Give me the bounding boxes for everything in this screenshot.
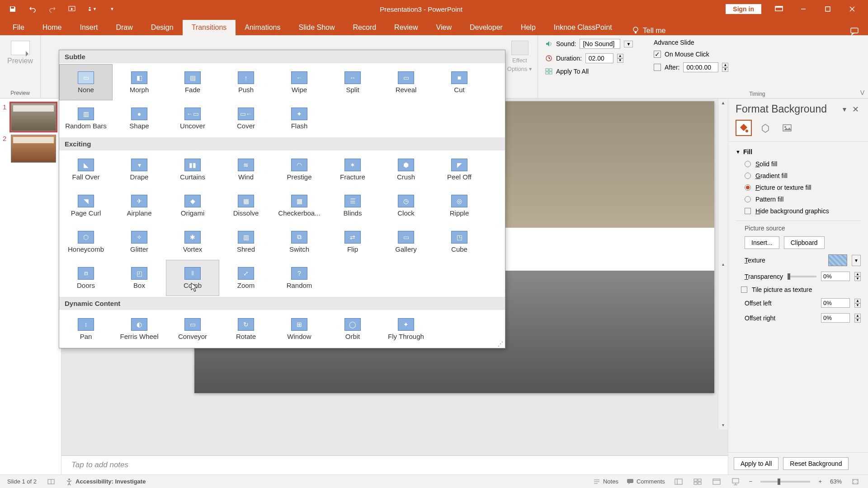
save-icon[interactable]: [8, 5, 17, 14]
texture-dropdown[interactable]: [828, 254, 847, 266]
clipboard-button[interactable]: Clipboard: [784, 236, 825, 249]
tab-animations[interactable]: Animations: [236, 20, 289, 35]
transition-morph[interactable]: ◧Morph: [113, 64, 166, 100]
offset-right-input[interactable]: [821, 313, 850, 323]
transition-honeycomb[interactable]: ⬡Honeycomb: [59, 224, 113, 260]
transition-origami[interactable]: ◆Origami: [166, 188, 219, 224]
after-checkbox[interactable]: [654, 64, 661, 71]
apply-all-row[interactable]: Apply To All: [545, 68, 639, 75]
transition-clock[interactable]: ◷Clock: [379, 188, 433, 224]
ribbon-collapse-icon[interactable]: ⋁: [860, 89, 864, 95]
tab-review[interactable]: Review: [385, 20, 427, 35]
transition-pan[interactable]: ↕Pan: [59, 311, 113, 347]
transition-vortex[interactable]: ✱Vortex: [166, 224, 219, 260]
pane-close-icon[interactable]: ✕: [850, 104, 861, 114]
tab-transitions[interactable]: Transitions: [183, 20, 236, 35]
transition-curtains[interactable]: ▮▮Curtains: [166, 151, 219, 188]
transition-drape[interactable]: ▾Drape: [113, 151, 166, 188]
tell-me-search[interactable]: Tell me: [632, 26, 666, 35]
transition-random[interactable]: ?Random: [273, 260, 326, 296]
transition-uncover[interactable]: ←▭Uncover: [166, 100, 219, 136]
gradient-fill-option[interactable]: Gradient fill: [736, 170, 861, 182]
tab-developer[interactable]: Developer: [461, 20, 512, 35]
pane-options-icon[interactable]: ▼: [839, 106, 850, 113]
transition-prestige[interactable]: ◠Prestige: [273, 151, 326, 188]
insert-picture-button[interactable]: Insert...: [745, 236, 779, 249]
tab-view[interactable]: View: [427, 20, 461, 35]
transition-page-curl[interactable]: ◥Page Curl: [59, 188, 113, 224]
touch-mode-icon[interactable]: ▼: [88, 5, 97, 14]
section-icon[interactable]: [47, 479, 55, 485]
effect-options-button[interactable]: Effect Options ▾: [506, 37, 533, 72]
transition-cover[interactable]: ▭←Cover: [219, 100, 273, 136]
transition-doors[interactable]: ⧈Doors: [59, 260, 113, 296]
after-input[interactable]: [683, 62, 718, 72]
pattern-fill-option[interactable]: Pattern fill: [736, 193, 861, 205]
tile-option[interactable]: Tile picture as texture: [736, 284, 861, 296]
zoom-out-button[interactable]: −: [749, 478, 753, 485]
transition-peel-off[interactable]: ◤Peel Off: [433, 151, 486, 188]
scroll-up-icon[interactable]: ▲: [721, 100, 726, 105]
tab-home[interactable]: Home: [33, 20, 71, 35]
tab-inknoe-classpoint[interactable]: Inknoe ClassPoint: [545, 20, 621, 35]
start-from-beginning-icon[interactable]: [68, 5, 77, 14]
fill-category-icon[interactable]: [736, 120, 752, 136]
slide-indicator[interactable]: Slide 1 of 2: [7, 478, 37, 485]
offset-right-spinner[interactable]: ▲▼: [854, 314, 861, 323]
transition-conveyor[interactable]: ▭Conveyor: [166, 311, 219, 347]
after-spinner[interactable]: ▲▼: [722, 63, 728, 72]
transition-blinds[interactable]: ☰Blinds: [326, 188, 379, 224]
transition-shred[interactable]: ▥Shred: [219, 224, 273, 260]
transition-random-bars[interactable]: ▥Random Bars: [59, 100, 113, 136]
transition-fade[interactable]: ▤Fade: [166, 64, 219, 100]
reading-view-icon[interactable]: [711, 477, 722, 486]
transition-window[interactable]: ⊞Window: [273, 311, 326, 347]
zoom-slider[interactable]: [760, 481, 810, 483]
duration-input[interactable]: [585, 53, 613, 63]
on-mouse-click-checkbox[interactable]: ✓: [654, 51, 661, 58]
transition-fly-through[interactable]: ✦Fly Through: [379, 311, 433, 347]
hide-bg-checkbox[interactable]: [745, 208, 751, 214]
ribbon-display-options-icon[interactable]: [772, 2, 786, 16]
tab-file[interactable]: File: [4, 20, 33, 35]
transition-reveal[interactable]: ▭Reveal: [379, 64, 433, 100]
picture-fill-radio[interactable]: [745, 184, 751, 191]
transition-wipe[interactable]: ←Wipe: [273, 64, 326, 100]
transition-airplane[interactable]: ✈Airplane: [113, 188, 166, 224]
comments-toggle[interactable]: Comments: [627, 478, 665, 485]
hide-bg-option[interactable]: Hide background graphics: [736, 205, 861, 217]
tab-draw[interactable]: Draw: [107, 20, 142, 35]
transition-box[interactable]: ◰Box: [113, 260, 166, 296]
transition-glitter[interactable]: ✧Glitter: [113, 224, 166, 260]
transition-ripple[interactable]: ◎Ripple: [433, 188, 486, 224]
transition-fracture[interactable]: ✶Fracture: [326, 151, 379, 188]
minimize-icon[interactable]: [797, 2, 810, 16]
slide-sorter-view-icon[interactable]: [692, 477, 703, 486]
reset-background-button[interactable]: Reset Background: [783, 457, 849, 470]
duration-spinner[interactable]: ▲▼: [617, 54, 623, 63]
transition-checkerboa-[interactable]: ▩Checkerboa...: [273, 188, 326, 224]
transition-flip[interactable]: ⇄Flip: [326, 224, 379, 260]
transition-ferris-wheel[interactable]: ◐Ferris Wheel: [113, 311, 166, 347]
texture-dropdown-arrow[interactable]: ▼: [852, 255, 861, 266]
comments-ribbon-icon[interactable]: [850, 27, 859, 35]
tab-slide-show[interactable]: Slide Show: [289, 20, 344, 35]
solid-fill-option[interactable]: Solid fill: [736, 158, 861, 170]
qat-customize-icon[interactable]: ▼: [108, 5, 117, 14]
picture-category-icon[interactable]: [779, 120, 795, 136]
transition-split[interactable]: ↔Split: [326, 64, 379, 100]
transition-flash[interactable]: ✦Flash: [273, 100, 326, 136]
redo-icon[interactable]: [48, 5, 57, 14]
transition-crush[interactable]: ⬢Crush: [379, 151, 433, 188]
preview-button[interactable]: Preview: [7, 37, 34, 65]
gallery-resize-handle[interactable]: ⋰: [498, 341, 503, 347]
fill-section-header[interactable]: ▼Fill: [736, 145, 861, 158]
slide-thumb-2[interactable]: 2: [0, 133, 61, 164]
zoom-level[interactable]: 63%: [830, 478, 842, 485]
solid-fill-radio[interactable]: [745, 161, 751, 167]
slideshow-view-icon[interactable]: [730, 477, 741, 486]
apply-to-all-button[interactable]: Apply to All: [734, 457, 778, 470]
tab-design[interactable]: Design: [142, 20, 183, 35]
scroll-prev-icon[interactable]: ▴: [722, 262, 724, 267]
tab-record[interactable]: Record: [344, 20, 386, 35]
